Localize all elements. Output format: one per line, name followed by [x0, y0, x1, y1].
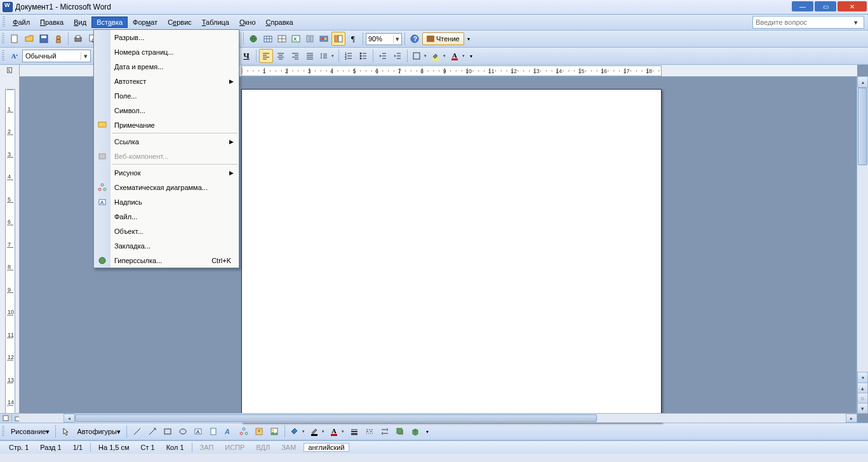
- show-formatting-button[interactable]: ¶: [346, 32, 360, 46]
- menu-format[interactable]: Формат: [128, 17, 163, 28]
- highlight-button[interactable]: ▾: [429, 50, 448, 62]
- vertical-ruler[interactable]: 1234567891011121314: [0, 76, 20, 414]
- scroll-right-button[interactable]: ▸: [846, 414, 857, 423]
- justify-button[interactable]: [303, 49, 317, 63]
- menu-break[interactable]: Разрыв...: [94, 30, 239, 44]
- bullets-button[interactable]: [356, 49, 370, 63]
- status-language[interactable]: английский: [304, 443, 349, 452]
- menu-help[interactable]: Справка: [261, 17, 298, 28]
- increase-indent-button[interactable]: [391, 49, 404, 63]
- arrow-button[interactable]: [145, 425, 159, 438]
- help-button[interactable]: ?: [408, 32, 422, 46]
- status-ovr[interactable]: ЗАМ: [277, 444, 300, 451]
- menu-service[interactable]: Сервис: [163, 17, 197, 28]
- vertical-scrollbar[interactable]: ▴ ▾ ▴ ○ ▾: [857, 76, 868, 414]
- menu-page-numbers[interactable]: Номера страниц...: [94, 44, 239, 59]
- insert-picture-button[interactable]: [267, 425, 281, 438]
- menu-window[interactable]: Окно: [234, 17, 261, 28]
- maximize-button[interactable]: ▭: [815, 1, 836, 11]
- styles-pane-button[interactable]: A⁴: [8, 49, 22, 63]
- drawing-toolbar-button[interactable]: [317, 32, 331, 46]
- menu-comment[interactable]: Примечание: [94, 118, 239, 132]
- menu-reference[interactable]: Ссылка▶: [94, 134, 239, 149]
- status-rec[interactable]: ЗАП: [196, 444, 218, 451]
- line-color-button[interactable]: ▾: [308, 425, 326, 438]
- style-combo[interactable]: Обычный▾: [22, 50, 91, 62]
- clipart-button[interactable]: [252, 425, 266, 438]
- scroll-left-button[interactable]: ◂: [63, 414, 75, 423]
- menu-table[interactable]: Таблица: [197, 17, 234, 28]
- print-button[interactable]: [71, 32, 85, 46]
- minimize-button[interactable]: —: [792, 1, 813, 11]
- align-right-button[interactable]: [288, 49, 302, 63]
- menu-edit[interactable]: Правка: [35, 17, 69, 28]
- fill-color-button[interactable]: ▾: [288, 425, 307, 438]
- font-color-button[interactable]: A▾: [328, 425, 346, 438]
- menu-symbol[interactable]: Символ...: [94, 103, 239, 118]
- 3d-button[interactable]: [408, 425, 422, 438]
- new-button[interactable]: [8, 32, 22, 46]
- help-question-box[interactable]: ▾: [752, 16, 864, 29]
- insert-table-button[interactable]: [276, 32, 288, 45]
- menu-picture[interactable]: Рисунок▶: [94, 165, 239, 180]
- toolbar-options-button[interactable]: ▾: [465, 32, 472, 46]
- menu-insert[interactable]: Вставка: [91, 17, 128, 28]
- grip-icon[interactable]: [2, 426, 4, 437]
- close-button[interactable]: ✕: [838, 1, 867, 11]
- menu-object[interactable]: Объект...: [94, 224, 239, 238]
- vertical-textbox-button[interactable]: [206, 425, 220, 438]
- autoshapes-menu[interactable]: Автофигуры ▾: [74, 426, 123, 437]
- menu-bookmark[interactable]: Закладка...: [94, 238, 239, 253]
- scroll-thumb[interactable]: [75, 414, 597, 422]
- menu-diagram[interactable]: Схематическая диаграмма...: [94, 180, 239, 194]
- align-center-button[interactable]: [274, 49, 288, 63]
- scroll-thumb[interactable]: [858, 88, 867, 165]
- tables-borders-button[interactable]: [261, 32, 275, 46]
- line-spacing-button[interactable]: ▾: [317, 50, 336, 62]
- menu-textbox[interactable]: AНадпись: [94, 194, 239, 209]
- scroll-down-button[interactable]: ▾: [857, 372, 868, 383]
- scroll-up-button[interactable]: ▴: [857, 76, 868, 88]
- font-color-button[interactable]: A▾: [448, 50, 467, 62]
- hyperlink-button[interactable]: [246, 32, 260, 46]
- excel-button[interactable]: X: [289, 32, 303, 46]
- wordart-button[interactable]: A: [222, 425, 236, 438]
- drawing-menu[interactable]: Рисование ▾: [8, 426, 52, 437]
- horizontal-scrollbar[interactable]: ◂ ▸: [19, 413, 857, 423]
- menu-web-component[interactable]: Веб-компонент...: [94, 149, 239, 163]
- reading-mode-button[interactable]: Чтение: [422, 32, 464, 45]
- prev-page-button[interactable]: ▴: [857, 383, 868, 393]
- menu-file[interactable]: Файл...: [94, 209, 239, 224]
- toolbar-options-button[interactable]: ▾: [424, 425, 431, 438]
- columns-button[interactable]: [304, 32, 316, 45]
- diagram-button[interactable]: [237, 425, 251, 438]
- dropdown-icon[interactable]: ▾: [851, 18, 861, 27]
- document-page[interactable]: [241, 89, 662, 423]
- align-left-button[interactable]: [259, 49, 273, 63]
- dash-style-button[interactable]: [363, 425, 377, 438]
- dropdown-icon[interactable]: ▾: [393, 35, 401, 43]
- line-style-button[interactable]: [347, 425, 361, 438]
- normal-view-button[interactable]: [0, 414, 12, 422]
- numbering-button[interactable]: 123: [342, 49, 356, 63]
- menu-date-time[interactable]: Дата и время...: [94, 59, 239, 74]
- open-button[interactable]: [22, 32, 36, 46]
- menu-file[interactable]: Файл: [8, 17, 35, 28]
- shadow-button[interactable]: [393, 425, 407, 438]
- grip-icon[interactable]: [3, 17, 5, 28]
- arrow-style-button[interactable]: [378, 425, 392, 438]
- help-question-input[interactable]: [753, 18, 851, 27]
- textbox-button[interactable]: A: [191, 425, 205, 438]
- grip-icon[interactable]: [2, 50, 4, 62]
- status-trk[interactable]: ИСПР: [221, 444, 248, 451]
- rectangle-button[interactable]: [161, 425, 175, 438]
- save-button[interactable]: [37, 32, 51, 46]
- status-ext[interactable]: ВДЛ: [252, 444, 274, 451]
- menu-view[interactable]: Вид: [69, 17, 91, 28]
- toolbar-options-button[interactable]: ▾: [467, 49, 475, 63]
- menu-autotext[interactable]: Автотекст▶: [94, 74, 239, 88]
- decrease-indent-button[interactable]: [376, 49, 390, 63]
- next-page-button[interactable]: ▾: [857, 403, 868, 414]
- menu-hyperlink[interactable]: Гиперссылка...Ctrl+K: [94, 253, 239, 268]
- underline-button[interactable]: Ч: [239, 49, 253, 63]
